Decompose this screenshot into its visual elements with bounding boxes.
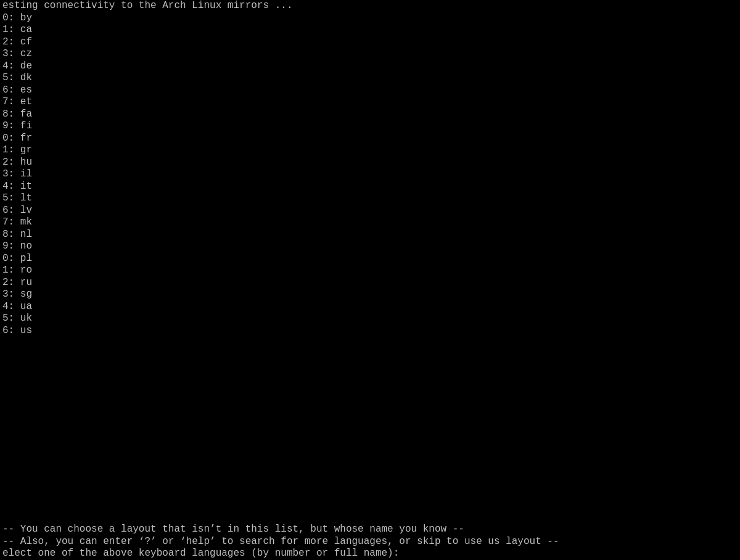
list-item: 3: il	[2, 168, 738, 181]
list-item: 4: it	[2, 181, 738, 193]
list-item: 5: uk	[2, 313, 738, 325]
list-item: 6: us	[2, 325, 738, 337]
list-item: 7: mk	[2, 216, 738, 229]
list-item: 8: fa	[2, 109, 738, 121]
footer-line: -- Also, you can enter ‘?’ or ‘help’ to …	[2, 536, 738, 548]
list-item: 4: ua	[2, 301, 738, 313]
list-item: 2: cf	[2, 36, 738, 49]
list-item: 0: by	[2, 12, 738, 25]
footer-section: -- You can choose a layout that isn’t in…	[2, 524, 738, 560]
list-item: 1: gr	[2, 144, 738, 157]
list-item: 2: ru	[2, 277, 738, 289]
footer-line: -- You can choose a layout that isn’t in…	[2, 524, 738, 536]
terminal: esting connectivity to the Arch Linux mi…	[0, 0, 740, 560]
list-item: 6: lv	[2, 205, 738, 217]
list-item: 6: es	[2, 84, 738, 97]
list-item: 0: pl	[2, 253, 738, 265]
list-item: 4: de	[2, 60, 738, 73]
list-item: 3: cz	[2, 48, 738, 60]
list-item: 3: sg	[2, 289, 738, 301]
list-item: 9: fi	[2, 120, 738, 133]
list-item: 5: dk	[2, 72, 738, 84]
list-item: 2: hu	[2, 157, 738, 169]
list-item: 7: et	[2, 96, 738, 109]
list-item: 8: nl	[2, 229, 738, 241]
spacer	[2, 337, 738, 524]
list-item: 9: no	[2, 241, 738, 253]
items-list: 0: by1: ca2: cf3: cz4: de5: dk6: es7: et…	[2, 12, 738, 337]
list-item: 0: fr	[2, 133, 738, 145]
footer-line: elect one of the above keyboard language…	[2, 548, 738, 560]
list-item: 5: lt	[2, 192, 738, 205]
list-item: 1: ca	[2, 24, 738, 36]
list-item: 1: ro	[2, 265, 738, 277]
header-line: esting connectivity to the Arch Linux mi…	[2, 0, 738, 12]
